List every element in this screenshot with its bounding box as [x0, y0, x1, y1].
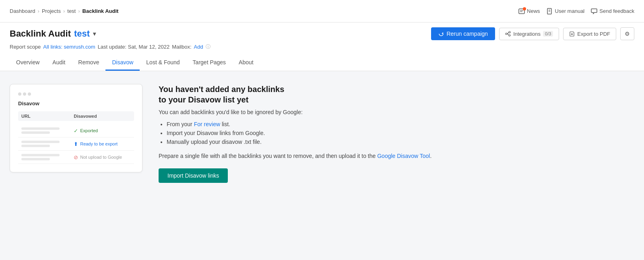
tab-about[interactable]: About [232, 55, 260, 71]
info-panel: You haven't added any backlinks to your … [159, 84, 634, 183]
for-review-link[interactable]: For review [194, 121, 220, 127]
info-title-line2: to your Disavow list yet [159, 95, 248, 104]
svg-point-7 [509, 31, 510, 33]
status-exported-label: Exported [80, 128, 98, 133]
info-list: From your For review list. Import your D… [159, 121, 634, 145]
line-6 [21, 158, 50, 160]
breadcrumb-sep-2: › [63, 8, 65, 14]
breadcrumb-test[interactable]: test [67, 8, 76, 14]
line-2 [21, 131, 50, 134]
page-header: Backlink Audit test ▾ Rerun campaign [0, 23, 644, 71]
list-item-3: Manually upload your disavow .txt file. [167, 139, 634, 145]
page-title-project[interactable]: test [74, 29, 90, 39]
para-after: . [430, 153, 431, 159]
card-decoration [18, 92, 134, 96]
page-title-main: Backlink Audit [10, 29, 71, 39]
preview-url-lines-1 [21, 127, 69, 134]
breadcrumb-current: Backlink Audit [83, 8, 119, 14]
status-ready-label: Ready to be export [80, 141, 118, 146]
news-badge [523, 7, 526, 10]
info-title: You haven't added any backlinks to your … [159, 84, 634, 105]
info-paragraph: Prepare a single file with all the backl… [159, 151, 634, 160]
user-manual-label: User manual [555, 8, 585, 14]
svg-line-9 [507, 33, 509, 34]
export-pdf-button[interactable]: Export to PDF [563, 28, 616, 40]
page-title-group: Backlink Audit test ▾ [10, 29, 96, 39]
report-scope-bar: Report scope All links: semrush.com Last… [10, 43, 634, 50]
tab-lost--found[interactable]: Lost & Found [140, 55, 186, 71]
dot-3 [28, 92, 31, 96]
user-manual-link[interactable]: User manual [547, 8, 585, 14]
tab-audit[interactable]: Audit [46, 55, 72, 71]
svg-point-8 [509, 35, 510, 36]
line-3 [21, 141, 60, 143]
breadcrumb: Dashboard › Projects › test › Backlink A… [10, 8, 118, 14]
info-title-line1: You haven't added any backlinks [159, 85, 284, 94]
breadcrumb-projects[interactable]: Projects [42, 8, 61, 14]
dot-1 [18, 92, 21, 96]
last-update: Last update: Sat, Mar 12, 2022 [98, 44, 170, 50]
tab-target-pages[interactable]: Target Pages [186, 55, 233, 71]
integrations-icon [505, 31, 511, 37]
integrations-button[interactable]: Integrations 0/3 [499, 28, 559, 40]
title-dropdown-icon[interactable]: ▾ [93, 31, 96, 37]
mailbox-info-icon: ⓘ [206, 43, 211, 50]
svg-line-10 [507, 34, 509, 35]
rerun-campaign-button[interactable]: Rerun campaign [431, 27, 495, 40]
import-disavow-button[interactable]: Import Disavow links [159, 168, 228, 183]
svg-point-6 [506, 33, 507, 35]
tabs-nav: OverviewAuditRemoveDisavowLost & FoundTa… [10, 55, 634, 71]
preview-status-3: ⊘ Not upload to Google [74, 154, 131, 160]
news-icon-wrap [518, 8, 525, 14]
tab-overview[interactable]: Overview [10, 55, 46, 71]
preview-row-1: ✓ Exported [18, 124, 134, 137]
preview-status-2: ⬆ Ready to be export [74, 141, 131, 147]
disavow-preview-card: Disavow URL Disavowed ✓ Exported ⬆ R [10, 84, 142, 172]
list-item-1: From your For review list. [167, 121, 634, 127]
list-item-2: Import your Disavow links from Google. [167, 130, 634, 136]
settings-button[interactable]: ⚙ [620, 27, 634, 40]
col-url-header: URL [21, 114, 69, 119]
main-content: Disavow URL Disavowed ✓ Exported ⬆ R [0, 71, 644, 196]
check-icon: ✓ [74, 128, 78, 134]
tab-remove[interactable]: Remove [72, 55, 105, 71]
news-link[interactable]: News [518, 8, 540, 14]
tab-disavow[interactable]: Disavow [105, 55, 140, 71]
preview-status-1: ✓ Exported [74, 128, 131, 134]
mailbox-add-link[interactable]: Add [194, 44, 203, 50]
book-icon [547, 8, 553, 14]
topbar-nav: News User manual Send feedback [518, 8, 634, 14]
breadcrumb-sep-3: › [78, 8, 80, 14]
send-feedback-label: Send feedback [599, 8, 634, 14]
line-4 [21, 145, 50, 147]
status-not-upload-label: Not upload to Google [80, 155, 122, 160]
news-label: News [527, 8, 540, 14]
send-feedback-link[interactable]: Send feedback [591, 8, 634, 14]
export-icon [569, 31, 575, 37]
col-status-header: Disavowed [74, 114, 131, 119]
preview-row-2: ⬆ Ready to be export [18, 137, 134, 151]
google-disavow-link[interactable]: Google Disavow Tool [377, 153, 430, 159]
breadcrumb-sep-1: › [38, 8, 39, 14]
preview-row-3: ⊘ Not upload to Google [18, 151, 134, 164]
line-5 [21, 154, 60, 156]
line-1 [21, 127, 60, 130]
preview-table-header: URL Disavowed [18, 111, 134, 121]
mailbox-label: Mailbox: [172, 44, 191, 50]
report-scope-link[interactable]: All links: semrush.com [43, 44, 95, 50]
info-subtitle: You can add backlinks you'd like to be i… [159, 109, 634, 115]
header-top: Backlink Audit test ▾ Rerun campaign [10, 27, 634, 40]
breadcrumb-dashboard[interactable]: Dashboard [10, 8, 35, 14]
dot-2 [23, 92, 26, 96]
report-scope-label: Report scope [10, 44, 41, 50]
settings-icon: ⚙ [625, 31, 630, 37]
para-before: Prepare a single file with all the backl… [159, 153, 377, 159]
header-actions: Rerun campaign Integrations 0/3 [431, 27, 634, 40]
list-item-1-after: list. [220, 121, 230, 127]
preview-url-lines-2 [21, 141, 69, 147]
block-icon: ⊘ [74, 154, 78, 160]
rerun-icon [438, 31, 444, 37]
topbar: Dashboard › Projects › test › Backlink A… [0, 0, 644, 23]
preview-section-title: Disavow [18, 100, 134, 106]
list-item-1-before: From your [167, 121, 194, 127]
